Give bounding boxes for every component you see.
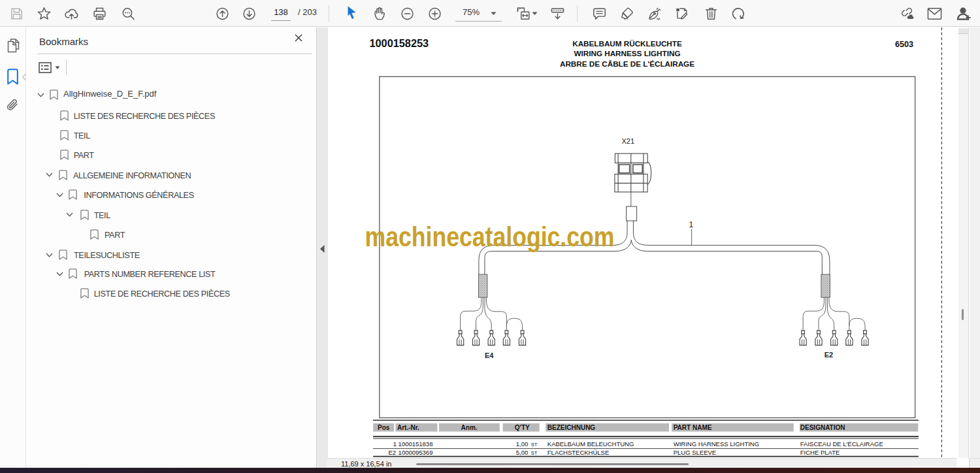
svg-text:PART NAME: PART NAME xyxy=(674,424,712,431)
svg-text:machinecatalogic.com: machinecatalogic.com xyxy=(365,221,615,252)
svg-text:1: 1 xyxy=(689,220,694,229)
svg-text:Q'TY: Q'TY xyxy=(515,424,530,431)
svg-text:PLUG SLEEVE: PLUG SLEEVE xyxy=(674,449,716,456)
svg-text:Anm.: Anm. xyxy=(461,424,478,431)
svg-text:Art.-Nr.: Art.-Nr. xyxy=(397,424,419,431)
svg-text:ST: ST xyxy=(531,442,538,448)
svg-text:DESIGNATION: DESIGNATION xyxy=(800,424,845,431)
svg-text:ST: ST xyxy=(531,450,538,456)
svg-text:FICHE PLATE: FICHE PLATE xyxy=(800,449,840,456)
svg-text:Pos: Pos xyxy=(378,424,390,431)
svg-text:WIRING HARNESS LIGHTING: WIRING HARNESS LIGHTING xyxy=(574,49,681,57)
svg-text:KABELBAUM BELEUCHTUNG: KABELBAUM BELEUCHTUNG xyxy=(547,440,634,448)
svg-text:FAISCEAU DE L'ÉCLAIRAGE: FAISCEAU DE L'ÉCLAIRAGE xyxy=(800,440,883,448)
svg-text:E2: E2 xyxy=(388,449,396,456)
svg-text:X21: X21 xyxy=(622,137,635,145)
svg-text:ARBRE DE CÂBLE DE L'ÉCLAIRAGE: ARBRE DE CÂBLE DE L'ÉCLAIRAGE xyxy=(560,59,694,68)
svg-text:6503: 6503 xyxy=(895,40,913,49)
svg-text:KABELBAUM RÜCKLEUCHTE: KABELBAUM RÜCKLEUCHTE xyxy=(572,39,682,48)
svg-text:E4: E4 xyxy=(485,351,494,359)
svg-text:BEZEICHNUNG: BEZEICHNUNG xyxy=(547,424,596,431)
svg-text:1,00: 1,00 xyxy=(516,440,529,448)
svg-text:1000151838: 1000151838 xyxy=(399,440,433,448)
svg-text:FLACHSTECKHÜLSE: FLACHSTECKHÜLSE xyxy=(547,449,610,456)
svg-text:1000095369: 1000095369 xyxy=(399,449,433,456)
svg-text:1: 1 xyxy=(393,440,397,448)
svg-text:1000158253: 1000158253 xyxy=(370,37,429,49)
svg-text:5,00: 5,00 xyxy=(516,449,529,456)
svg-text:WIRING HARNESS LIGHTING: WIRING HARNESS LIGHTING xyxy=(674,440,759,448)
svg-text:E2: E2 xyxy=(825,351,833,359)
